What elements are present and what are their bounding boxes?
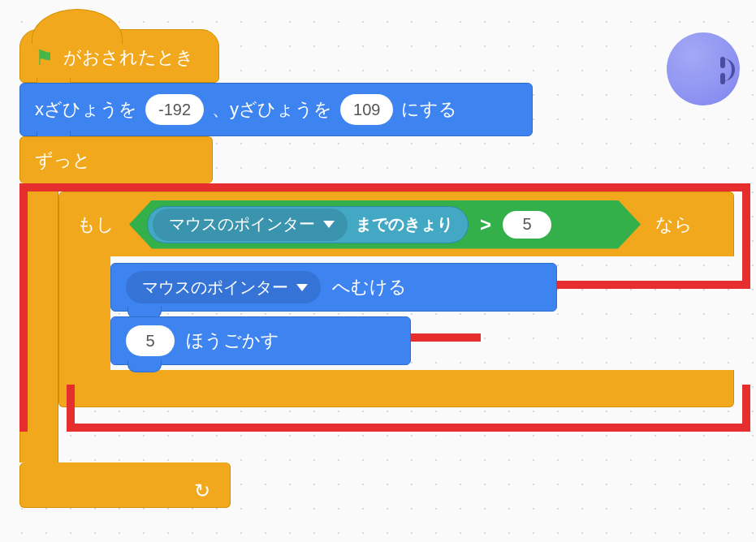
forever-block-bottom[interactable]: ↻ bbox=[19, 462, 231, 508]
green-flag-icon: ⚑ bbox=[35, 45, 54, 71]
highlight-frame-bottom bbox=[67, 385, 750, 432]
goto-xy-block[interactable]: xざひょうを -192 、yざひょうを 109 にする bbox=[19, 83, 533, 136]
distance-to-reporter[interactable]: マウスのポインター までのきょり bbox=[147, 206, 469, 243]
chevron-down-icon bbox=[296, 284, 308, 291]
goto-x-input[interactable]: -192 bbox=[145, 94, 204, 125]
move-steps-suffix: ほうごかす bbox=[186, 329, 279, 353]
when-flag-clicked-block[interactable]: ⚑ がおされたとき bbox=[19, 29, 219, 83]
goto-y-input[interactable]: 109 bbox=[340, 94, 393, 125]
operator-right-input[interactable]: 5 bbox=[503, 211, 551, 239]
greater-than-operator[interactable]: マウスのポインター までのきょり > 5 bbox=[129, 200, 641, 249]
operator-gt-label: > bbox=[480, 213, 491, 236]
point-towards-block[interactable]: マウスのポインター へむける bbox=[110, 263, 557, 312]
chevron-down-icon bbox=[323, 221, 335, 228]
point-towards-dropdown[interactable]: マウスのポインター bbox=[126, 271, 321, 303]
goto-x-label: xざひょうを bbox=[35, 97, 137, 122]
forever-block-top[interactable]: ずっと bbox=[19, 136, 213, 183]
point-towards-suffix: へむける bbox=[332, 275, 407, 299]
goto-after-label: にする bbox=[401, 97, 457, 122]
script-stack[interactable]: ⚑ がおされたとき xざひょうを -192 、yざひょうを 109 にする ずっ… bbox=[19, 29, 734, 508]
forever-label: ずっと bbox=[35, 148, 91, 173]
loop-arrow-icon: ↻ bbox=[194, 480, 210, 502]
point-towards-dropdown-label: マウスのポインター bbox=[142, 277, 288, 299]
distance-to-dropdown-label: マウスのポインター bbox=[169, 213, 315, 235]
hat-label: がおされたとき bbox=[63, 45, 194, 70]
distance-to-dropdown[interactable]: マウスのポインター bbox=[153, 209, 348, 241]
move-steps-block[interactable]: 5 ほうごかす bbox=[110, 316, 411, 365]
goto-mid-label: 、yざひょうを bbox=[212, 97, 332, 122]
move-steps-input[interactable]: 5 bbox=[126, 325, 175, 356]
distance-to-suffix: までのきょり bbox=[356, 213, 453, 235]
